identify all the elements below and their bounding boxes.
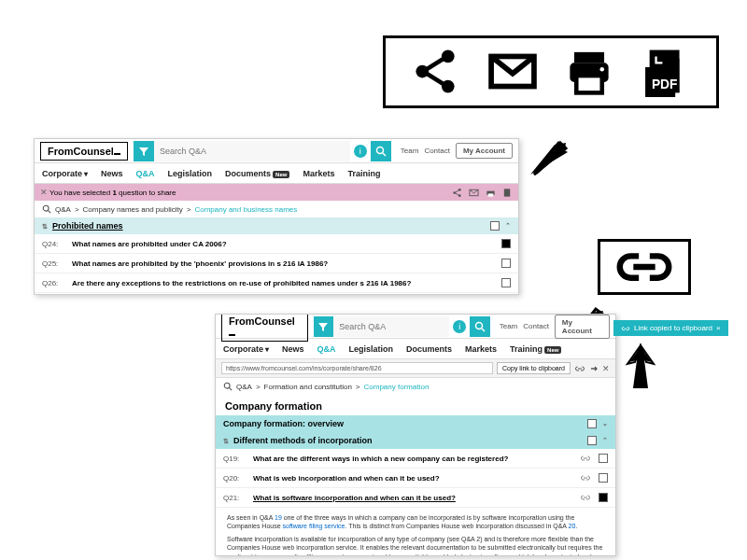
svg-line-40: [482, 329, 485, 331]
team-link[interactable]: Team: [500, 322, 518, 330]
breadcrumb-item[interactable]: Company names and publicity: [83, 205, 183, 214]
svg-line-30: [455, 189, 458, 191]
qa-link[interactable]: 19: [275, 514, 282, 521]
question-row[interactable]: Q19: What are the different ways in whic…: [216, 449, 615, 469]
pdf-icon: PDF: [639, 46, 695, 99]
checkbox[interactable]: [501, 239, 511, 248]
svg-marker-22: [629, 347, 652, 388]
contact-link[interactable]: Contact: [424, 147, 450, 155]
navbar: Corporate News Q&A Legislation Documents…: [216, 339, 615, 359]
my-account-button[interactable]: My Account: [555, 315, 610, 339]
checkbox[interactable]: [599, 493, 608, 502]
filter-icon[interactable]: [134, 141, 154, 161]
nav-training[interactable]: TrainingNew: [510, 344, 561, 354]
section-header[interactable]: ⇅ Different methods of incorporation ⌃: [216, 432, 615, 449]
pdf-icon[interactable]: [501, 187, 513, 198]
copy-link-button[interactable]: Copy link to clipboard: [497, 362, 571, 374]
search-input[interactable]: [333, 316, 449, 337]
chevron-down-icon[interactable]: ⌄: [602, 420, 608, 427]
svg-line-37: [49, 211, 51, 214]
info-icon[interactable]: i: [453, 320, 466, 333]
svg-rect-8: [577, 76, 603, 92]
question-row[interactable]: Q26: Are there any exceptions to the res…: [35, 273, 518, 293]
copied-toast: Link copied to clipboard ×: [613, 320, 728, 336]
email-icon[interactable]: [468, 187, 479, 198]
share-url-input[interactable]: [221, 362, 493, 374]
chevron-up-icon[interactable]: ⌃: [602, 437, 608, 444]
info-icon[interactable]: i: [354, 145, 367, 158]
filter-icon[interactable]: [314, 316, 334, 337]
section-header[interactable]: ⇅ Prohibited names ⌃: [35, 217, 518, 234]
nav-markets[interactable]: Markets: [465, 344, 497, 354]
svg-rect-34: [487, 193, 493, 196]
breadcrumb-item[interactable]: Formation and constitution: [264, 383, 352, 391]
question-id: Q19:: [223, 455, 246, 463]
contact-link[interactable]: Contact: [523, 322, 549, 330]
svg-marker-38: [318, 323, 328, 331]
chain-link-icon[interactable]: [580, 454, 591, 463]
nav-corporate[interactable]: Corporate: [223, 344, 269, 354]
chain-link-icon[interactable]: [580, 493, 591, 502]
question-row[interactable]: Q24: What names are prohibited under CA …: [35, 234, 518, 254]
select-all-checkbox[interactable]: [587, 436, 597, 445]
nav-news[interactable]: News: [282, 344, 304, 354]
nav-legislation[interactable]: Legislation: [349, 344, 394, 354]
breadcrumb-item[interactable]: Q&A: [236, 383, 252, 391]
question-row[interactable]: Q20: What is web incorporation and when …: [216, 469, 615, 488]
close-icon[interactable]: ✕: [602, 364, 610, 373]
close-icon[interactable]: ×: [716, 324, 721, 332]
svg-text:PDF: PDF: [652, 77, 678, 91]
chain-link-icon[interactable]: [580, 473, 591, 483]
breadcrumb-item[interactable]: Q&A: [55, 205, 71, 214]
nav-news[interactable]: News: [101, 169, 123, 178]
search-input[interactable]: [154, 141, 350, 161]
question-id: Q24:: [42, 240, 64, 248]
arrow-icon: [622, 343, 659, 392]
select-all-checkbox[interactable]: [490, 221, 500, 231]
checkbox[interactable]: [599, 454, 608, 463]
select-all-checkbox[interactable]: [587, 419, 597, 428]
share-url-bar: Copy link to clipboard ✕: [216, 359, 615, 378]
share-icon[interactable]: [451, 187, 462, 198]
logo[interactable]: FromCounsel: [40, 142, 128, 161]
nav-qa[interactable]: Q&A: [317, 344, 336, 354]
chain-link-icon[interactable]: [574, 364, 585, 373]
checkbox[interactable]: [501, 278, 511, 287]
nav-training[interactable]: Training: [347, 169, 380, 178]
question-text: What is software incorporation and when …: [253, 494, 572, 502]
question-text: Are there any exceptions to the restrict…: [72, 279, 494, 287]
search-icon[interactable]: [470, 316, 490, 337]
nav-qa[interactable]: Q&A: [136, 169, 155, 178]
arrow-icon: [523, 133, 575, 182]
section-header[interactable]: Company formation: overview ⌄: [216, 415, 615, 432]
logo[interactable]: FromCounsel: [221, 314, 308, 342]
question-row[interactable]: Q25: What names are prohibited by the 'p…: [35, 254, 518, 273]
close-icon[interactable]: ✕: [40, 188, 48, 197]
question-id: Q20:: [223, 474, 246, 483]
external-link[interactable]: software filing service: [283, 523, 345, 529]
nav-documents[interactable]: Documents: [406, 344, 452, 354]
search-icon: [42, 204, 51, 214]
my-account-button[interactable]: My Account: [456, 143, 513, 159]
share-tools-callout: PDF: [383, 35, 719, 108]
team-link[interactable]: Team: [401, 147, 419, 155]
nav-corporate[interactable]: Corporate: [42, 169, 88, 178]
page-title: Company formation: [216, 395, 615, 415]
question-row[interactable]: Q21: What is software incorporation and …: [216, 488, 615, 508]
forward-icon[interactable]: [589, 364, 599, 373]
chevron-up-icon[interactable]: ⌃: [505, 222, 511, 230]
chain-link-icon: [612, 248, 677, 286]
nav-legislation[interactable]: Legislation: [168, 169, 213, 178]
question-text: What is web incorporation and when can i…: [253, 474, 572, 483]
print-icon[interactable]: [485, 187, 496, 198]
email-icon: [485, 46, 541, 99]
qa-panel-2: FromCounsel i Team Contact My Account Co…: [215, 314, 616, 556]
checkbox[interactable]: [501, 259, 511, 268]
svg-rect-35: [503, 189, 509, 196]
checkbox[interactable]: [599, 473, 608, 483]
svg-point-39: [475, 322, 482, 329]
search-icon[interactable]: [371, 141, 391, 161]
nav-markets[interactable]: Markets: [303, 169, 334, 178]
nav-documents[interactable]: DocumentsNew: [225, 169, 289, 178]
svg-point-41: [224, 383, 230, 388]
